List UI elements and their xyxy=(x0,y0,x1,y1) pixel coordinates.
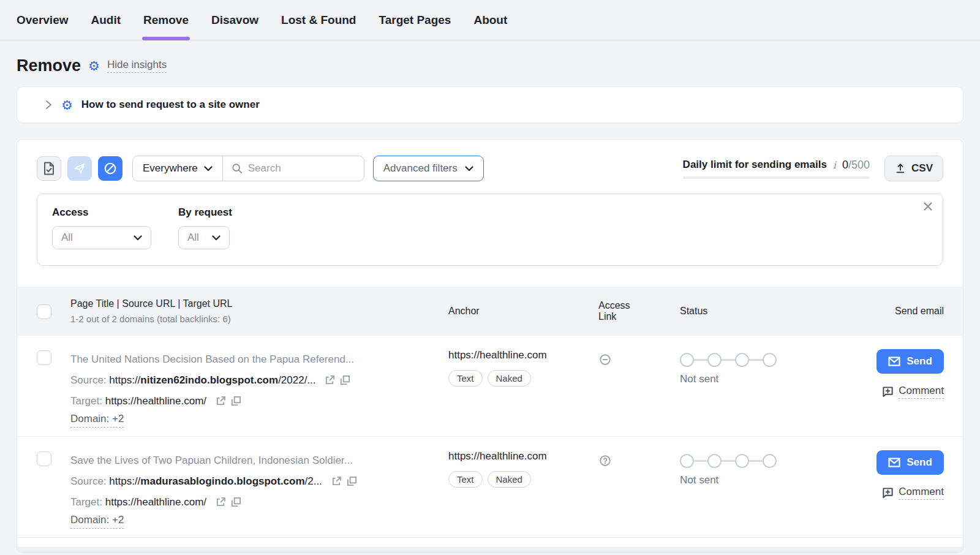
howto-label: How to send request to a site owner xyxy=(81,99,260,111)
source-label: Source: xyxy=(70,374,109,386)
document-check-icon xyxy=(43,162,55,175)
toolbar: Everywhere Advanced filters Daily limit … xyxy=(17,140,963,187)
backlink-page-title: The United Nations Decision Based on the… xyxy=(70,349,437,370)
page-header: Remove ⚙ Hide insights xyxy=(0,40,980,86)
tab-audit[interactable]: Audit xyxy=(91,0,121,40)
chevron-down-icon xyxy=(204,166,213,172)
external-link-icon[interactable] xyxy=(325,375,335,385)
advanced-filters-button[interactable]: Advanced filters xyxy=(373,156,484,181)
daily-limit-count: 0/500 xyxy=(842,159,870,172)
hide-insights-link[interactable]: Hide insights xyxy=(107,59,167,73)
gear-icon: ⚙ xyxy=(88,59,100,72)
target-label: Target: xyxy=(70,496,105,508)
column-access-link: Access Link xyxy=(598,300,647,322)
anchor-type-badge: Text xyxy=(448,471,483,488)
tab-disavow[interactable]: Disavow xyxy=(211,0,258,40)
row-checkbox[interactable] xyxy=(37,350,51,365)
daily-limit: Daily limit for sending emails i 0/500 xyxy=(683,159,884,179)
filter-group-by-request: By request All xyxy=(178,206,232,253)
source-label: Source: xyxy=(70,475,109,487)
close-icon[interactable] xyxy=(923,202,933,211)
column-status: Status xyxy=(680,306,851,317)
by-request-filter-value: All xyxy=(187,232,199,244)
question-circle-icon[interactable] xyxy=(598,454,680,467)
access-filter-select[interactable]: All xyxy=(52,226,151,249)
csv-label: CSV xyxy=(911,162,933,175)
column-send-email: Send email xyxy=(851,306,963,317)
daily-limit-label: Daily limit for sending emails xyxy=(683,159,827,171)
access-filter-value: All xyxy=(61,232,73,244)
horizontal-scrollbar[interactable] xyxy=(17,547,963,552)
anchor-url: https://healthline.com xyxy=(448,349,598,361)
row-checkbox[interactable] xyxy=(37,451,51,466)
search-box xyxy=(223,162,364,175)
status-stepper xyxy=(680,450,851,468)
target-label: Target: xyxy=(70,395,105,407)
tab-lost-found[interactable]: Lost & Found xyxy=(281,0,356,40)
search-group: Everywhere xyxy=(132,156,364,181)
search-input[interactable] xyxy=(248,162,352,175)
comment-link[interactable]: Comment xyxy=(882,486,944,500)
scope-select[interactable]: Everywhere xyxy=(133,156,223,181)
status-text: Not sent xyxy=(680,373,851,385)
table-row: Save the Lives of Two Papuan Children, I… xyxy=(17,437,963,538)
tab-overview[interactable]: Overview xyxy=(17,0,69,40)
tab-bar: Overview Audit Remove Disavow Lost & Fou… xyxy=(0,0,980,40)
domain-expand-link[interactable]: Domain: +2 xyxy=(70,514,124,529)
copy-icon[interactable] xyxy=(347,476,357,486)
table-header: Page Title | Source URL | Target URL 1-2… xyxy=(17,287,963,336)
info-icon[interactable]: i xyxy=(833,159,836,171)
by-request-filter-select[interactable]: All xyxy=(178,226,230,249)
link-icon[interactable] xyxy=(598,353,680,366)
comment-plus-icon xyxy=(882,487,894,499)
scope-select-value: Everywhere xyxy=(143,162,198,175)
status-text: Not sent xyxy=(680,474,851,486)
upload-icon xyxy=(895,163,906,174)
chevron-down-icon xyxy=(212,235,221,241)
anchor-url: https://healthline.com xyxy=(448,450,598,462)
domain-expand-link[interactable]: Domain: +2 xyxy=(70,413,124,428)
envelope-icon xyxy=(888,357,900,366)
column-page-title: Page Title | Source URL | Target URL xyxy=(70,298,437,309)
send-button[interactable]: Send xyxy=(876,450,944,475)
remove-table-card: Everywhere Advanced filters Daily limit … xyxy=(17,139,963,553)
gear-icon: ⚙ xyxy=(61,99,73,111)
access-filter-label: Access xyxy=(52,206,151,219)
backlink-page-title: Save the Lives of Two Papuan Children, I… xyxy=(70,450,437,471)
comment-plus-icon xyxy=(882,386,894,398)
anchor-type-badge: Naked xyxy=(488,370,531,387)
chevron-right-icon[interactable] xyxy=(44,100,53,110)
comment-link[interactable]: Comment xyxy=(882,385,944,399)
page-title: Remove xyxy=(17,56,81,75)
disavow-button[interactable] xyxy=(98,156,123,181)
chevron-down-icon xyxy=(134,235,142,241)
filter-group-access: Access All xyxy=(52,206,151,253)
tab-target-pages[interactable]: Target Pages xyxy=(379,0,451,40)
table-row: The United Nations Decision Based on the… xyxy=(17,336,963,437)
copy-icon[interactable] xyxy=(340,375,350,385)
advanced-filters-label: Advanced filters xyxy=(383,162,458,175)
select-document-button[interactable] xyxy=(37,156,61,181)
by-request-filter-label: By request xyxy=(178,206,232,219)
send-emails-button[interactable] xyxy=(67,156,92,181)
export-csv-button[interactable]: CSV xyxy=(884,156,943,181)
paper-plane-icon xyxy=(74,162,86,175)
table-count-summary: 1-2 out of 2 domains (total backlinks: 6… xyxy=(70,314,437,324)
copy-icon[interactable] xyxy=(231,497,241,507)
anchor-type-badge: Text xyxy=(448,370,483,387)
howto-panel[interactable]: ⚙ How to send request to a site owner xyxy=(17,86,963,123)
chevron-down-icon xyxy=(465,166,473,172)
send-button[interactable]: Send xyxy=(876,349,944,374)
filter-panel: Access All By request All xyxy=(37,194,943,266)
tab-about[interactable]: About xyxy=(473,0,507,40)
external-link-icon[interactable] xyxy=(216,497,226,507)
external-link-icon[interactable] xyxy=(331,476,342,486)
daily-limit-progress xyxy=(683,176,870,179)
block-icon xyxy=(104,162,117,175)
envelope-icon xyxy=(888,458,900,467)
external-link-icon[interactable] xyxy=(216,396,226,406)
tab-remove[interactable]: Remove xyxy=(143,0,189,40)
anchor-type-badge: Naked xyxy=(488,471,531,488)
copy-icon[interactable] xyxy=(231,396,241,406)
select-all-checkbox[interactable] xyxy=(37,304,51,319)
